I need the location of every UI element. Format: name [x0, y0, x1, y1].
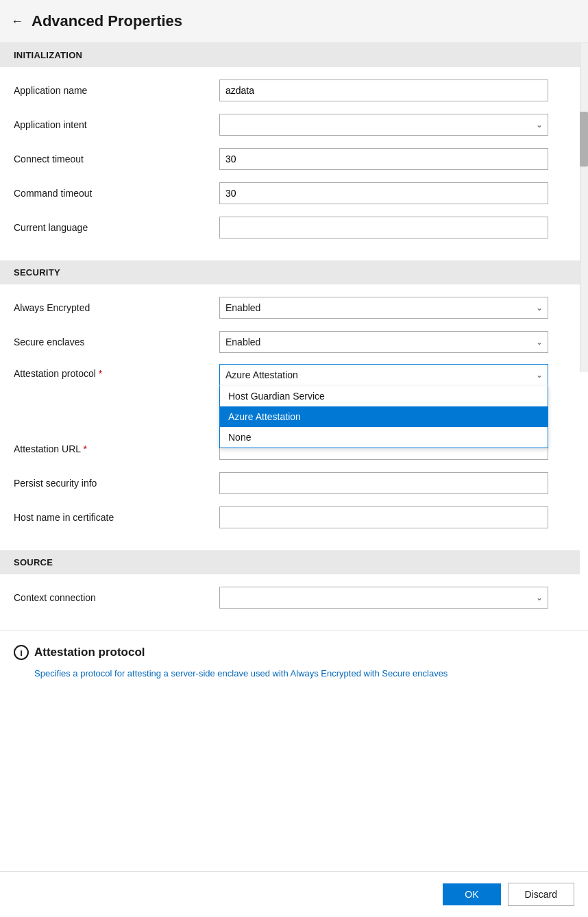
- control-application-name: [219, 80, 548, 101]
- option-host-guardian-service[interactable]: Host Guardian Service: [220, 386, 548, 406]
- label-always-encrypted: Always Encrypted: [14, 302, 219, 313]
- label-persist-security-info: Persist security info: [14, 478, 219, 489]
- row-command-timeout: Command timeout: [14, 181, 566, 206]
- select-display-secure-enclaves[interactable]: Enabled: [219, 331, 548, 353]
- label-host-name-in-certificate: Host name in certificate: [14, 512, 219, 523]
- attestation-protocol-dropdown: Host Guardian Service Azure Attestation …: [219, 386, 548, 448]
- control-persist-security-info: [219, 472, 548, 494]
- discard-button[interactable]: Discard: [508, 883, 574, 906]
- row-secure-enclaves: Secure enclaves Enabled ⌄: [14, 330, 566, 354]
- select-display-application-intent[interactable]: [219, 114, 548, 136]
- control-host-name-in-certificate: [219, 506, 548, 528]
- control-current-language: [219, 217, 548, 239]
- control-attestation-protocol: Azure Attestation ⌄ Host Guardian Servic…: [219, 364, 548, 386]
- select-display-context-connection[interactable]: [219, 587, 548, 609]
- row-context-connection: Context connection ⌄: [14, 585, 566, 610]
- info-icon: i: [14, 645, 29, 660]
- back-button[interactable]: ←: [11, 15, 23, 27]
- main-content: INITIALIZATION Application name Applicat…: [0, 43, 588, 631]
- input-persist-security-info[interactable]: [219, 472, 548, 494]
- select-application-intent[interactable]: ⌄: [219, 114, 548, 136]
- label-attestation-url: Attestation URL *: [14, 443, 219, 454]
- row-persist-security-info: Persist security info: [14, 471, 566, 496]
- option-azure-attestation[interactable]: Azure Attestation: [220, 406, 548, 427]
- section-security: SECURITY: [0, 260, 580, 284]
- select-context-connection[interactable]: ⌄: [219, 587, 548, 609]
- section-initialization: INITIALIZATION: [0, 43, 580, 67]
- scroll-thumb[interactable]: [580, 112, 588, 167]
- label-context-connection: Context connection: [14, 592, 219, 603]
- scroll-track: [580, 43, 588, 372]
- label-application-intent: Application intent: [14, 119, 219, 130]
- input-command-timeout[interactable]: [219, 182, 548, 204]
- select-attestation-protocol[interactable]: Azure Attestation ⌄ Host Guardian Servic…: [219, 364, 548, 386]
- info-panel-description: Specifies a protocol for attesting a ser…: [34, 667, 574, 681]
- row-host-name-in-certificate: Host name in certificate: [14, 505, 566, 530]
- control-secure-enclaves: Enabled ⌄: [219, 331, 548, 353]
- source-fields: Context connection ⌄: [0, 574, 580, 631]
- info-panel-title-row: i Attestation protocol: [14, 645, 574, 660]
- label-application-name: Application name: [14, 85, 219, 96]
- initialization-fields: Application name Application intent ⌄ Co…: [0, 67, 580, 260]
- option-none[interactable]: None: [220, 427, 548, 448]
- info-panel-title: Attestation protocol: [34, 646, 145, 659]
- select-display-always-encrypted[interactable]: Enabled: [219, 297, 548, 319]
- control-context-connection: ⌄: [219, 587, 548, 609]
- row-connect-timeout: Connect timeout: [14, 147, 566, 171]
- input-host-name-in-certificate[interactable]: [219, 506, 548, 528]
- row-current-language: Current language: [14, 215, 566, 240]
- select-display-attestation-protocol[interactable]: Azure Attestation: [219, 364, 548, 386]
- row-attestation-protocol: Attestation protocol * Azure Attestation…: [14, 364, 566, 389]
- row-application-intent: Application intent ⌄: [14, 112, 566, 137]
- row-application-name: Application name: [14, 78, 566, 103]
- input-application-name[interactable]: [219, 80, 548, 101]
- footer: OK Discard: [0, 871, 588, 917]
- page-container: ← Advanced Properties INITIALIZATION App…: [0, 0, 588, 917]
- page-title: Advanced Properties: [32, 12, 182, 30]
- control-command-timeout: [219, 182, 548, 204]
- label-attestation-protocol: Attestation protocol *: [14, 364, 219, 379]
- label-command-timeout: Command timeout: [14, 188, 219, 199]
- security-fields: Always Encrypted Enabled ⌄ Secure enclav…: [0, 284, 580, 550]
- header: ← Advanced Properties: [0, 0, 588, 43]
- select-always-encrypted[interactable]: Enabled ⌄: [219, 297, 548, 319]
- control-application-intent: ⌄: [219, 114, 548, 136]
- control-always-encrypted: Enabled ⌄: [219, 297, 548, 319]
- ok-button[interactable]: OK: [443, 883, 500, 905]
- select-secure-enclaves[interactable]: Enabled ⌄: [219, 331, 548, 353]
- label-current-language: Current language: [14, 222, 219, 233]
- input-connect-timeout[interactable]: [219, 148, 548, 170]
- label-secure-enclaves: Secure enclaves: [14, 337, 219, 347]
- input-current-language[interactable]: [219, 217, 548, 239]
- label-connect-timeout: Connect timeout: [14, 154, 219, 164]
- control-connect-timeout: [219, 148, 548, 170]
- row-always-encrypted: Always Encrypted Enabled ⌄: [14, 295, 566, 320]
- section-source: SOURCE: [0, 550, 580, 574]
- info-panel: i Attestation protocol Specifies a proto…: [0, 631, 588, 692]
